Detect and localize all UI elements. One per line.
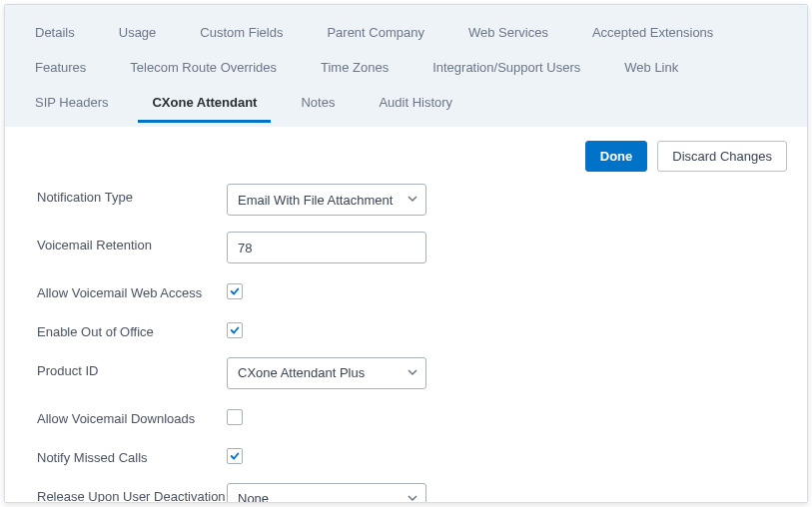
check-icon [230,286,240,296]
enable-out-of-office-checkbox[interactable] [227,322,243,338]
allow-voicemail-downloads-checkbox[interactable] [227,409,243,425]
label-allow-voicemail-downloads: Allow Voicemail Downloads [37,405,227,428]
label-product-id: Product ID [37,357,227,380]
tab-integration-support-users[interactable]: Integration/Support Users [418,50,594,85]
notification-type-select[interactable]: Email With File Attachment [227,184,426,216]
check-icon [230,325,240,335]
tab-features[interactable]: Features [21,50,100,85]
select-value: Email With File Attachment [227,184,426,216]
check-icon [230,451,240,461]
label-notify-missed-calls: Notify Missed Calls [37,444,227,467]
select-value: CXone Attendant Plus [227,357,426,389]
label-notification-type: Notification Type [37,184,227,207]
row-product-id: Product ID CXone Attendant Plus [37,357,783,389]
settings-panel: DetailsUsageCustom FieldsParent CompanyW… [4,4,808,503]
tab-audit-history[interactable]: Audit History [365,85,466,123]
row-allow-voicemail-web-access: Allow Voicemail Web Access [37,279,783,302]
tab-usage[interactable]: Usage [105,15,171,50]
row-voicemail-retention: Voicemail Retention [37,232,783,263]
row-enable-out-of-office: Enable Out of Office [37,318,783,341]
allow-voicemail-web-access-checkbox[interactable] [227,283,243,299]
row-notification-type: Notification Type Email With File Attach… [37,184,783,216]
tab-cxone-attendant[interactable]: CXone Attendant [138,85,271,123]
product-id-select[interactable]: CXone Attendant Plus [227,357,426,389]
label-enable-out-of-office: Enable Out of Office [37,318,227,341]
discard-changes-button[interactable]: Discard Changes [657,141,787,172]
row-release-upon-user-deactivation: Release Upon User Deactivation None [37,483,783,503]
tab-notes[interactable]: Notes [287,85,349,123]
tab-sip-headers[interactable]: SIP Headers [21,85,122,123]
tab-parent-company[interactable]: Parent Company [313,15,438,50]
select-value: None [227,483,426,503]
voicemail-retention-input[interactable] [227,232,426,263]
label-release-upon-user-deactivation: Release Upon User Deactivation [37,483,227,503]
tab-web-services[interactable]: Web Services [454,15,562,50]
form: Notification Type Email With File Attach… [5,180,807,503]
tab-custom-fields[interactable]: Custom Fields [186,15,297,50]
tab-bar: DetailsUsageCustom FieldsParent CompanyW… [5,5,807,127]
toolbar: Done Discard Changes [5,127,807,180]
tab-telecom-route-overrides[interactable]: Telecom Route Overrides [116,50,291,85]
label-voicemail-retention: Voicemail Retention [37,232,227,254]
tab-details[interactable]: Details [21,15,89,50]
done-button[interactable]: Done [585,141,648,172]
tab-time-zones[interactable]: Time Zones [307,50,403,85]
label-allow-voicemail-web-access: Allow Voicemail Web Access [37,279,227,302]
tab-web-link[interactable]: Web Link [610,50,692,85]
release-upon-user-deactivation-select[interactable]: None [227,483,426,503]
tab-accepted-extensions[interactable]: Accepted Extensions [578,15,727,50]
row-allow-voicemail-downloads: Allow Voicemail Downloads [37,405,783,428]
notify-missed-calls-checkbox[interactable] [227,448,243,464]
row-notify-missed-calls: Notify Missed Calls [37,444,783,467]
